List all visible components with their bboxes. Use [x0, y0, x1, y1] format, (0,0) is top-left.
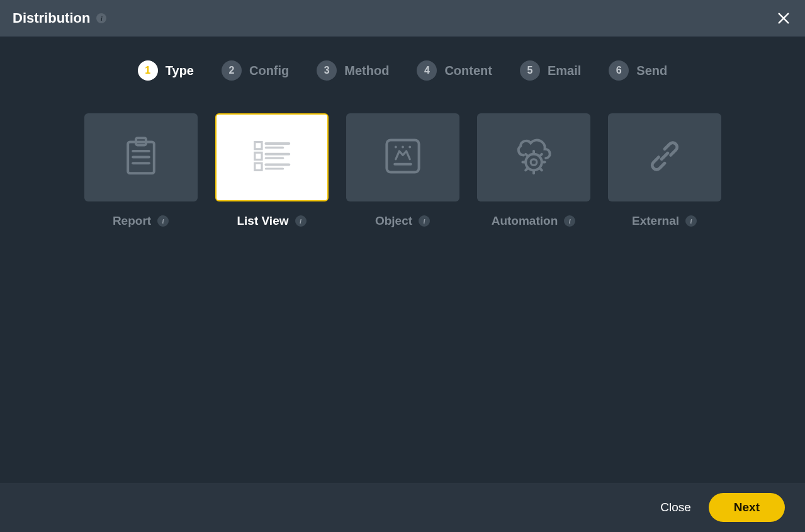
svg-rect-14: [386, 140, 419, 172]
modal-title: Distribution: [13, 10, 90, 26]
type-option-external: Externali: [608, 113, 721, 228]
svg-line-25: [526, 154, 527, 156]
report-icon: [116, 131, 166, 184]
type-label-row: Reporti: [113, 214, 169, 228]
title-info-icon[interactable]: i: [96, 13, 106, 23]
step-method[interactable]: 3Method: [317, 60, 389, 81]
svg-point-16: [402, 146, 404, 149]
step-type[interactable]: 1Type: [138, 60, 194, 81]
type-label: List View: [237, 214, 288, 228]
type-label: External: [632, 214, 679, 228]
step-label: Send: [636, 64, 667, 78]
svg-point-17: [408, 146, 411, 149]
info-icon[interactable]: i: [564, 215, 575, 227]
step-content[interactable]: 4Content: [417, 60, 492, 81]
svg-point-20: [531, 159, 537, 166]
info-icon[interactable]: i: [685, 215, 697, 227]
info-icon[interactable]: i: [157, 215, 169, 227]
svg-rect-6: [254, 152, 261, 159]
svg-rect-7: [254, 163, 261, 170]
type-option-object: Objecti: [346, 113, 459, 228]
step-label: Content: [444, 64, 492, 78]
external-icon: [639, 131, 690, 184]
automation-icon: [509, 131, 559, 184]
stepper: 1Type2Config3Method4Content5Email6Send: [0, 60, 805, 81]
type-card-object[interactable]: [346, 113, 459, 201]
step-label: Email: [548, 64, 581, 78]
type-label: Report: [113, 214, 151, 228]
distribution-modal: Distribution i 1Type2Config3Method4Conte…: [0, 0, 805, 532]
step-label: Config: [249, 64, 289, 78]
type-card-automation[interactable]: [477, 113, 590, 201]
step-number: 3: [317, 60, 337, 81]
step-number: 6: [609, 60, 629, 81]
type-option-report: Reporti: [84, 113, 198, 228]
step-config[interactable]: 2Config: [222, 60, 289, 81]
modal-body: 1Type2Config3Method4Content5Email6Send R…: [0, 37, 805, 483]
type-label-row: Objecti: [375, 214, 430, 228]
step-label: Type: [166, 64, 194, 78]
type-option-listview: List Viewi: [215, 113, 329, 228]
type-label-row: Externali: [632, 214, 697, 228]
info-icon[interactable]: i: [419, 215, 430, 227]
type-card-report[interactable]: [84, 113, 198, 201]
type-label-row: Automationi: [492, 214, 576, 228]
step-email[interactable]: 5Email: [520, 60, 581, 81]
modal-header: Distribution i: [0, 0, 805, 37]
listview-icon: [247, 131, 297, 184]
svg-point-19: [526, 154, 542, 171]
type-label: Object: [375, 214, 412, 228]
type-card-external[interactable]: [608, 113, 721, 201]
type-card-listview[interactable]: [215, 113, 329, 201]
header-left: Distribution i: [13, 10, 106, 26]
object-icon: [378, 131, 428, 184]
step-number: 4: [417, 60, 437, 81]
close-button[interactable]: Close: [660, 501, 691, 514]
modal-footer: Close Next: [0, 483, 805, 532]
info-icon[interactable]: i: [295, 215, 307, 227]
step-number: 2: [222, 60, 242, 81]
svg-rect-5: [254, 142, 261, 149]
type-label-row: List Viewi: [237, 214, 306, 228]
step-send[interactable]: 6Send: [609, 60, 667, 81]
svg-line-28: [540, 169, 541, 170]
step-number: 1: [138, 60, 158, 81]
svg-line-26: [540, 154, 541, 156]
close-icon[interactable]: [775, 9, 792, 27]
next-button[interactable]: Next: [709, 493, 785, 522]
svg-point-15: [394, 146, 397, 149]
type-cards-row: Reporti List Viewi Objecti Automationi: [0, 113, 805, 228]
svg-line-27: [526, 169, 527, 170]
type-label: Automation: [492, 214, 558, 228]
type-option-automation: Automationi: [477, 113, 590, 228]
step-label: Method: [344, 64, 389, 78]
step-number: 5: [520, 60, 540, 81]
